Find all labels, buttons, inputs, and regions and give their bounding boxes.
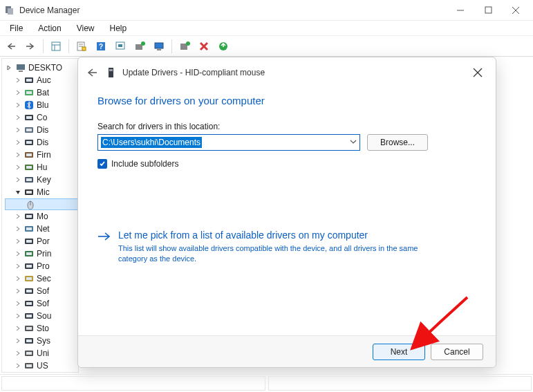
tree-item[interactable]: Sys [5, 335, 78, 347]
details-left [1, 376, 265, 391]
close-window-button[interactable] [508, 3, 523, 18]
tree-item[interactable]: Sou [5, 310, 78, 322]
checkbox-checked-icon [97, 159, 107, 169]
expand-icon[interactable] [15, 77, 21, 84]
tree-item[interactable]: Firn [5, 149, 78, 161]
expand-icon[interactable] [15, 151, 21, 158]
expand-icon[interactable] [15, 350, 21, 357]
dialog-header: Update Drivers - HID-compliant mouse [78, 57, 496, 88]
expand-icon[interactable] [15, 225, 21, 232]
minimize-button[interactable] [453, 3, 468, 18]
svg-rect-58 [26, 252, 32, 255]
device-tree[interactable]: DESKTO AucBatBluCoDisDisFirnHuKeyMicMoNe… [1, 58, 79, 373]
dialog-back-button[interactable] [84, 64, 100, 81]
tree-item[interactable]: Co [5, 111, 78, 124]
menu-help[interactable]: Help [103, 22, 134, 35]
expand-icon[interactable] [15, 300, 21, 307]
tree-item[interactable]: Por [5, 235, 78, 248]
tree-item[interactable]: Hu [5, 161, 78, 174]
tree-item-label: Dis [37, 125, 48, 135]
menu-file[interactable]: File [3, 22, 30, 35]
scan-hardware-button[interactable] [112, 38, 129, 55]
expand-icon[interactable] [15, 164, 21, 171]
app-icon [4, 5, 15, 16]
expand-icon[interactable] [15, 189, 21, 196]
expand-icon[interactable] [15, 288, 21, 295]
svg-rect-62 [26, 277, 32, 280]
expand-icon[interactable] [15, 127, 21, 133]
monitor-button[interactable] [151, 38, 167, 55]
expand-icon[interactable] [15, 250, 21, 257]
tree-item[interactable]: Auc [5, 74, 78, 86]
tree-item[interactable]: US [5, 360, 78, 372]
tree-item[interactable]: Net [5, 223, 78, 235]
tree-item[interactable]: Dis [5, 136, 78, 149]
menu-action[interactable]: Action [31, 22, 68, 35]
cancel-button-label: Cancel [444, 347, 469, 357]
tree-item[interactable]: Key [5, 174, 78, 186]
properties-button[interactable] [73, 38, 90, 55]
chevron-down-icon[interactable] [350, 138, 357, 147]
device-icon [106, 67, 117, 78]
back-button[interactable] [3, 38, 19, 55]
help-button[interactable]: ? [93, 38, 109, 55]
tree-item[interactable]: Sof [5, 285, 78, 297]
expand-icon[interactable] [15, 263, 21, 270]
enable-button[interactable] [215, 38, 232, 55]
device-category-icon [24, 248, 35, 259]
forward-button[interactable] [22, 38, 39, 55]
expand-icon[interactable] [15, 139, 21, 146]
expand-icon[interactable] [15, 238, 21, 245]
tree-root-label: DESKTO [28, 63, 62, 73]
tree-item[interactable]: Uni [5, 347, 78, 360]
tree-item[interactable]: Blu [5, 99, 78, 111]
expand-icon[interactable] [15, 337, 21, 344]
expand-icon[interactable] [15, 102, 21, 109]
disable-button[interactable] [196, 38, 212, 55]
tree-item[interactable]: Bat [5, 86, 78, 99]
tree-item-label: Mo [37, 212, 48, 221]
maximize-button[interactable] [480, 3, 496, 18]
expand-icon[interactable] [15, 275, 21, 282]
tree-item[interactable]: Pro [5, 260, 78, 272]
cancel-button[interactable]: Cancel [431, 344, 483, 360]
uninstall-button[interactable] [176, 38, 193, 55]
include-subfolders-checkbox[interactable]: Include subfolders [97, 159, 476, 169]
expand-icon[interactable] [15, 89, 21, 96]
tree-item[interactable]: Dis [5, 124, 78, 136]
pick-from-list-link[interactable]: Let me pick from a list of available dri… [97, 230, 476, 264]
update-driver-button[interactable] [131, 38, 148, 55]
dialog-heading: Browse for drivers on your computer [97, 95, 476, 106]
show-hide-tree-button[interactable] [48, 38, 64, 55]
svg-point-20 [141, 41, 145, 46]
expand-icon[interactable] [15, 114, 21, 121]
menu-view[interactable]: View [70, 22, 102, 35]
expand-icon[interactable] [15, 213, 21, 220]
expand-icon[interactable] [15, 312, 21, 319]
tree-item[interactable]: Sto [5, 322, 78, 335]
expand-icon[interactable] [15, 176, 21, 183]
browse-button-label: Browse... [380, 138, 415, 147]
expand-icon[interactable] [15, 325, 21, 332]
browse-button[interactable]: Browse... [367, 134, 428, 151]
device-category-icon [24, 261, 35, 272]
svg-rect-70 [26, 327, 32, 330]
svg-rect-60 [26, 265, 32, 268]
device-category-icon [24, 273, 35, 284]
next-button[interactable]: Next [373, 344, 425, 360]
collapse-icon[interactable] [6, 64, 13, 71]
tree-item[interactable]: Mo [5, 210, 78, 223]
tree-item[interactable]: Prin [5, 248, 78, 260]
tree-root[interactable]: DESKTO [5, 62, 78, 74]
tree-item[interactable]: Mic [5, 186, 78, 198]
tree-item[interactable]: Sof [5, 297, 78, 310]
tree-item-selected[interactable] [5, 198, 78, 210]
svg-rect-74 [26, 352, 32, 355]
arrow-right-icon [97, 231, 111, 244]
path-combobox[interactable]: C:\Users\sukhi\Documents [97, 134, 360, 151]
expand-icon[interactable] [15, 362, 21, 369]
dialog-close-button[interactable] [465, 62, 490, 84]
window-title: Device Manager [19, 6, 453, 15]
tree-item-label: Por [37, 236, 50, 246]
tree-item[interactable]: Sec [5, 272, 78, 285]
